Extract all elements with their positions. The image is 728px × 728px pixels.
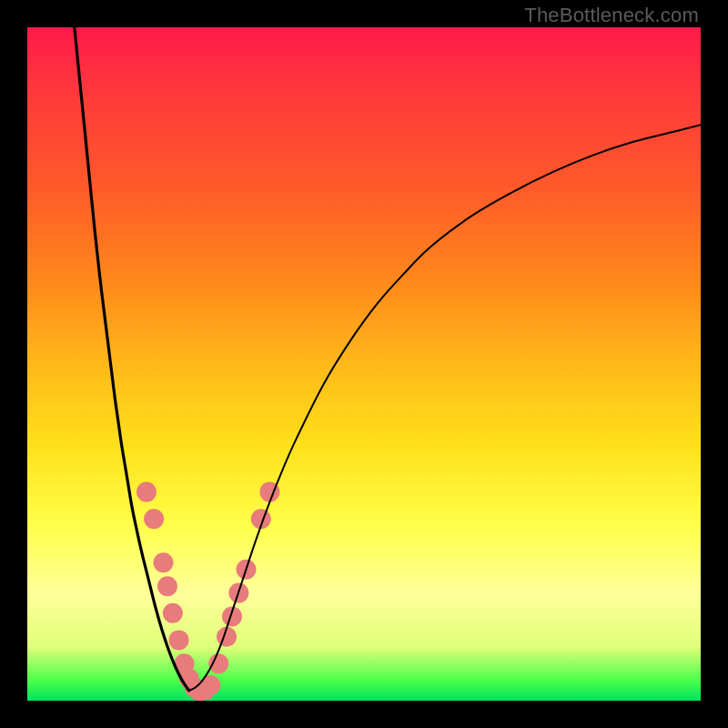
plot-area: [27, 27, 701, 701]
chart-svg: [27, 27, 701, 701]
data-marker: [157, 576, 177, 596]
curve-right-branch: [189, 125, 701, 691]
data-marker: [153, 552, 173, 572]
data-marker: [163, 603, 183, 623]
data-marker: [169, 630, 189, 650]
data-marker: [144, 509, 164, 529]
chart-frame: TheBottleneck.com: [0, 0, 728, 728]
watermark-text: TheBottleneck.com: [524, 4, 699, 27]
markers-group: [136, 482, 279, 701]
data-marker: [208, 653, 228, 673]
data-marker: [136, 482, 157, 502]
